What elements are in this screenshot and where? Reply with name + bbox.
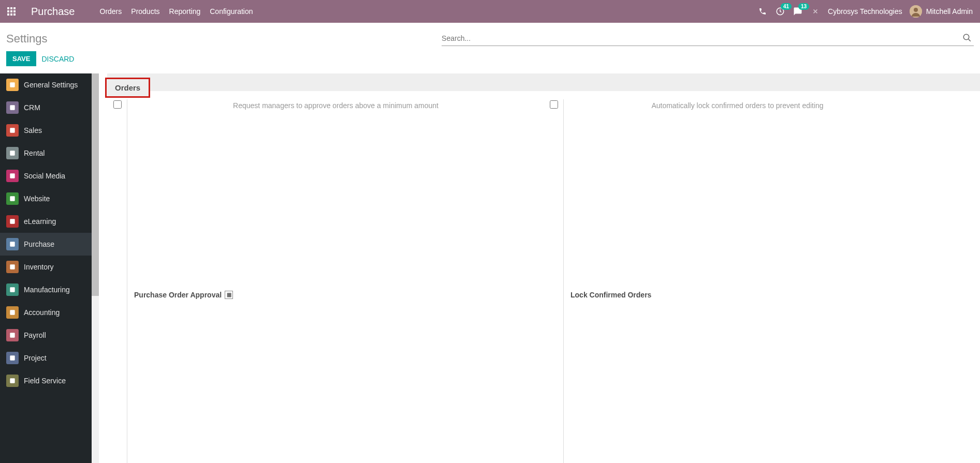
section-orders-header: Orders: [105, 78, 150, 98]
messages-icon[interactable]: 13: [793, 6, 803, 17]
module-icon: [6, 147, 19, 159]
lock-confirmed-checkbox[interactable]: [550, 100, 558, 109]
main-menu: Orders Products Reporting Configuration: [100, 7, 253, 16]
svg-rect-16: [10, 355, 14, 360]
svg-point-3: [963, 34, 969, 40]
module-icon: [6, 170, 19, 182]
menu-orders[interactable]: Orders: [100, 7, 122, 16]
company-switcher[interactable]: Cybrosys Technologies: [828, 7, 902, 16]
svg-rect-8: [10, 173, 14, 178]
close-icon[interactable]: [810, 6, 821, 17]
sidebar-item-label: Accounting: [24, 308, 60, 317]
purchase-order-approval-desc: Request managers to approve orders above…: [233, 101, 438, 463]
sidebar-item-crm[interactable]: CRM: [0, 96, 92, 119]
module-icon: [6, 79, 19, 91]
approval-detail-icon[interactable]: ▦: [225, 291, 233, 299]
module-icon: [6, 283, 19, 296]
search-input[interactable]: [442, 31, 974, 46]
module-icon: [6, 375, 19, 387]
svg-rect-10: [10, 219, 14, 223]
svg-rect-17: [10, 378, 14, 383]
purchase-order-approval-checkbox[interactable]: [113, 100, 122, 109]
module-icon: [6, 329, 19, 341]
module-icon: [6, 352, 19, 364]
sidebar-item-label: Website: [24, 195, 50, 203]
sidebar-item-label: Manufacturing: [24, 286, 70, 294]
module-icon: [6, 306, 19, 319]
sidebar-item-label: CRM: [24, 103, 40, 112]
sidebar-item-manufacturing[interactable]: Manufacturing: [0, 278, 92, 301]
avatar: [910, 5, 922, 18]
sidebar-item-label: Field Service: [24, 377, 66, 385]
svg-point-2: [914, 8, 918, 12]
svg-rect-12: [10, 264, 14, 269]
sidebar-scrollbar[interactable]: [92, 73, 99, 463]
module-icon: [6, 101, 19, 114]
sidebar-item-project[interactable]: Project: [0, 347, 92, 369]
sidebar-item-website[interactable]: Website: [0, 187, 92, 210]
svg-rect-6: [10, 128, 14, 132]
messages-badge: 13: [798, 3, 809, 10]
sidebar-item-label: Rental: [24, 149, 45, 157]
search-icon[interactable]: [962, 33, 972, 42]
phone-icon[interactable]: [757, 6, 768, 17]
svg-rect-13: [10, 287, 14, 292]
sidebar-item-label: Project: [24, 354, 47, 362]
user-menu[interactable]: Mitchell Admin: [910, 5, 973, 18]
sidebar-item-payroll[interactable]: Payroll: [0, 324, 92, 347]
sidebar-item-social-media[interactable]: Social Media: [0, 165, 92, 187]
svg-rect-5: [10, 105, 14, 110]
sidebar-item-label: Social Media: [24, 172, 65, 180]
control-panel: Settings: [0, 23, 980, 50]
module-icon: [6, 124, 19, 137]
sidebar-item-label: eLearning: [24, 217, 56, 226]
app-name[interactable]: Purchase: [31, 6, 75, 18]
sidebar-item-label: Inventory: [24, 263, 54, 271]
sidebar-item-purchase[interactable]: Purchase: [0, 233, 92, 256]
sidebar-item-inventory[interactable]: Inventory: [0, 256, 92, 278]
menu-configuration[interactable]: Configuration: [210, 7, 253, 16]
activities-badge: 41: [781, 3, 792, 10]
sidebar-item-label: Purchase: [24, 240, 54, 248]
activities-icon[interactable]: 41: [775, 6, 785, 17]
module-icon: [6, 261, 19, 273]
sidebar-item-label: Payroll: [24, 331, 46, 339]
module-icon: [6, 238, 19, 250]
page-title: Settings: [6, 32, 48, 46]
svg-rect-9: [10, 196, 14, 201]
menu-reporting[interactable]: Reporting: [169, 7, 201, 16]
module-icon: [6, 215, 19, 228]
svg-rect-4: [10, 82, 14, 87]
apps-menu-icon[interactable]: [0, 0, 23, 23]
discard-button[interactable]: DISCARD: [41, 55, 74, 63]
settings-content: Orders Purchase Order Approval ▦ Request…: [99, 73, 980, 463]
sidebar-item-accounting[interactable]: Accounting: [0, 301, 92, 324]
module-icon: [6, 192, 19, 205]
user-name: Mitchell Admin: [926, 7, 973, 16]
sidebar-item-label: Sales: [24, 126, 42, 135]
lock-confirmed-title: Lock Confirmed Orders: [571, 99, 651, 463]
sidebar-item-field-service[interactable]: Field Service: [0, 369, 92, 392]
menu-products[interactable]: Products: [131, 7, 159, 16]
sidebar-item-elearning[interactable]: eLearning: [0, 210, 92, 233]
sidebar-item-rental[interactable]: Rental: [0, 142, 92, 165]
sidebar-item-general-settings[interactable]: General Settings: [0, 73, 92, 96]
svg-rect-7: [10, 151, 14, 155]
top-navbar: Purchase Orders Products Reporting Confi…: [0, 0, 980, 23]
sidebar-item-sales[interactable]: Sales: [0, 119, 92, 142]
svg-rect-11: [10, 242, 14, 246]
svg-rect-15: [10, 333, 14, 337]
purchase-order-approval-title: Purchase Order Approval: [134, 291, 222, 299]
svg-rect-14: [10, 310, 14, 315]
lock-confirmed-desc: Automatically lock confirmed orders to p…: [651, 101, 823, 463]
save-button[interactable]: SAVE: [6, 51, 36, 66]
sidebar-item-label: General Settings: [24, 81, 78, 89]
settings-sidebar: General SettingsCRMSalesRentalSocial Med…: [0, 73, 92, 463]
